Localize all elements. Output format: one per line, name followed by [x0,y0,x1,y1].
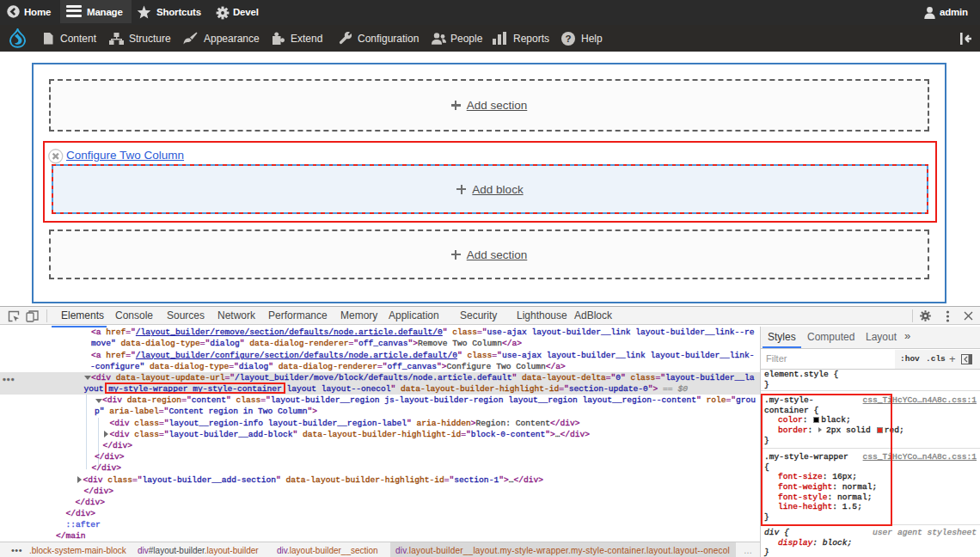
svg-text:?: ? [565,34,571,44]
